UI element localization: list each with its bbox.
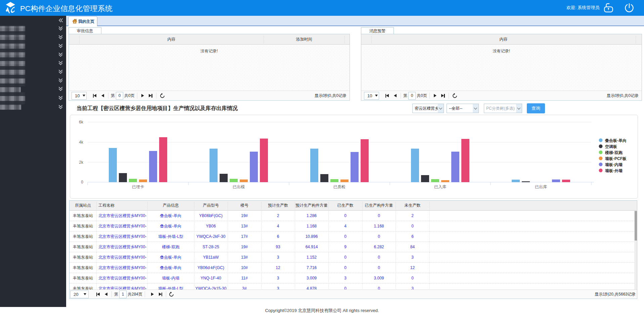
svg-text:已质检: 已质检	[333, 185, 346, 189]
svg-text:墙板-内墙: 墙板-内墙	[605, 162, 623, 167]
svg-text:4k: 4k	[79, 140, 84, 145]
svg-text:0: 0	[81, 180, 83, 185]
svg-text:叠合板-单向: 叠合板-单向	[605, 138, 627, 143]
svg-text:已埋卡: 已埋卡	[132, 185, 144, 189]
svg-text:墙板-外墙: 墙板-外墙	[605, 168, 623, 173]
svg-text:2k: 2k	[79, 160, 84, 165]
svg-text:墙板-PCF板: 墙板-PCF板	[605, 156, 627, 161]
svg-text:已入库: 已入库	[434, 185, 446, 189]
svg-text:空调板: 空调板	[605, 144, 617, 149]
svg-text:楼梯-双跑: 楼梯-双跑	[605, 150, 623, 155]
svg-text:已出模: 已出模	[233, 185, 245, 189]
svg-text:已出库: 已出库	[535, 185, 547, 189]
svg-text:6k: 6k	[79, 120, 84, 124]
